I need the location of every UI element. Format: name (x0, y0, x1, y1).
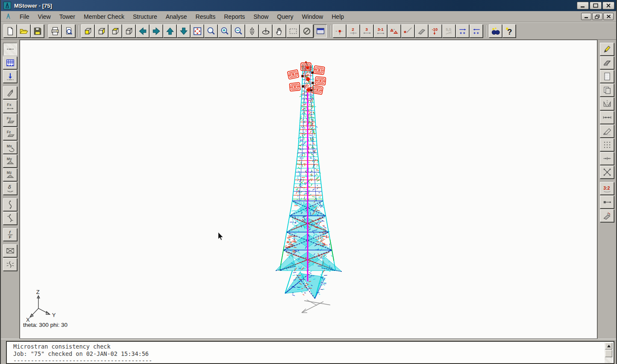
pan-up-button[interactable] (163, 24, 176, 38)
moment-my-icon: My (6, 156, 15, 166)
save-file-button[interactable] (31, 24, 44, 38)
find-button[interactable] (489, 24, 502, 38)
mdi-restore-button[interactable] (592, 13, 602, 20)
menu-view[interactable]: View (34, 12, 55, 21)
menu-help[interactable]: Help (327, 12, 348, 21)
restraint-symbols-button[interactable] (388, 24, 401, 38)
print-button[interactable] (48, 24, 62, 38)
draw-member-button[interactable] (600, 43, 614, 56)
minimize-button[interactable] (577, 2, 589, 9)
axes-next-button[interactable] (456, 24, 469, 38)
view-cube-wire-button[interactable] (122, 24, 135, 38)
node-symbols-button[interactable] (333, 24, 346, 38)
stress-ratio-button[interactable]: fF (3, 228, 17, 241)
erase-member-button[interactable] (600, 56, 614, 69)
redraw-window-button[interactable] (314, 24, 327, 38)
zoom-extents-button[interactable] (191, 24, 204, 38)
zoom-window-button[interactable] (204, 24, 217, 38)
menu-show[interactable]: Show (249, 12, 273, 21)
renumber-nodes-button[interactable]: 3:2 (600, 182, 614, 195)
pan-right-button[interactable] (150, 24, 163, 38)
node-grid-button[interactable] (600, 138, 614, 151)
axis-z-label: Z (36, 289, 40, 295)
mirror-members-icon (602, 99, 612, 109)
axes-prev-button[interactable] (470, 24, 483, 38)
results-table-button[interactable] (3, 56, 17, 69)
deflected-shape-button[interactable] (3, 86, 17, 99)
select-window-button[interactable] (286, 24, 300, 38)
pan-left-button[interactable] (136, 24, 149, 38)
shear-fy-button[interactable]: Fy (3, 114, 17, 126)
open-file-button[interactable] (17, 24, 30, 38)
zoom-vertical-button[interactable] (245, 24, 259, 38)
mode-shape-1-button[interactable] (3, 198, 17, 211)
scroll-thumb[interactable] (605, 350, 612, 357)
display-dashed-button[interactable] (3, 43, 17, 56)
load-values-icon: -10 (431, 26, 440, 36)
menu-tower[interactable]: Tower (55, 12, 79, 21)
view-cube-side-button[interactable] (95, 24, 108, 38)
member-properties-button[interactable] (600, 70, 614, 83)
zoom-out-button[interactable] (232, 24, 245, 38)
displacements-button[interactable]: δ (3, 182, 17, 195)
master-slave-button[interactable]: * (401, 24, 414, 38)
menu-file[interactable]: File (15, 12, 34, 21)
load-case-down-button[interactable] (3, 70, 17, 83)
pan-hand-button[interactable] (273, 24, 286, 38)
view-cube-top-icon (111, 26, 120, 36)
output-scrollbar[interactable] (605, 343, 613, 363)
axial-force-button[interactable]: Fx (3, 100, 17, 113)
member-connectivity-button[interactable]: 3-1 (374, 24, 387, 38)
measure-angle-button[interactable] (600, 125, 614, 138)
view-cube-front-button[interactable] (81, 24, 94, 38)
menu-member-check[interactable]: Member Check (79, 12, 129, 21)
envelope-diagram-button[interactable] (3, 244, 17, 257)
member-numbers-button[interactable]: 3 (360, 24, 373, 38)
scroll-up-button[interactable] (605, 343, 612, 349)
mirror-members-button[interactable] (600, 97, 614, 110)
load-values-button[interactable]: -10 (429, 24, 442, 38)
combined-diagram-button[interactable] (3, 258, 17, 271)
edit-section-button[interactable] (600, 209, 614, 222)
load-scale-button[interactable]: 5,5 (442, 24, 455, 38)
member-sections-button[interactable] (415, 24, 428, 38)
rotate-view-button[interactable] (259, 24, 272, 38)
moment-mz-button[interactable]: Mz (3, 168, 17, 181)
mdi-minimize-button[interactable] (581, 13, 591, 20)
torsion-mx-button[interactable]: Mx (3, 141, 17, 154)
toolbar-separator (485, 25, 486, 37)
subdivide-member-button[interactable] (600, 111, 614, 124)
connect-members-button[interactable] (600, 166, 614, 179)
help-button[interactable]: ? (502, 24, 516, 38)
cancel-view-button[interactable] (300, 24, 313, 38)
node-numbers-button[interactable]: 2 (347, 24, 360, 38)
axial-force-icon: Fx (6, 102, 15, 111)
menu-structure[interactable]: Structure (129, 12, 162, 21)
view-angle-status: theta: 300 phi: 30 (23, 322, 68, 328)
pan-hand-icon (275, 26, 284, 36)
print-preview-button[interactable] (62, 24, 75, 38)
restraint-symbols-icon (390, 26, 399, 36)
mode-shape-2-button[interactable] (3, 212, 17, 225)
menu-results[interactable]: Results (191, 12, 220, 21)
mdi-close-button[interactable] (603, 13, 614, 20)
menu-analyse[interactable]: Analyse (162, 12, 191, 21)
zoom-in-button[interactable] (218, 24, 231, 38)
shear-fz-button[interactable]: Fz (3, 127, 17, 140)
save-file-icon (33, 26, 42, 36)
move-join-nodes-button[interactable] (600, 152, 614, 165)
toolbar-separator (78, 25, 79, 37)
copy-members-button[interactable] (600, 84, 614, 97)
view-cube-top-button[interactable] (109, 24, 122, 38)
maximize-button[interactable] (590, 2, 602, 9)
menu-reports[interactable]: Reports (220, 12, 249, 21)
new-file-button[interactable] (3, 24, 17, 38)
moment-my-button[interactable]: My (3, 155, 17, 167)
pan-down-button[interactable] (177, 24, 190, 38)
member-properties-icon (602, 72, 612, 81)
member-offsets-button[interactable] (600, 196, 614, 208)
menu-window[interactable]: Window (297, 12, 327, 21)
close-button[interactable] (602, 2, 614, 9)
model-canvas[interactable]: ZXYtheta: 300 phi: 30 (20, 40, 597, 339)
menu-query[interactable]: Query (273, 12, 297, 21)
